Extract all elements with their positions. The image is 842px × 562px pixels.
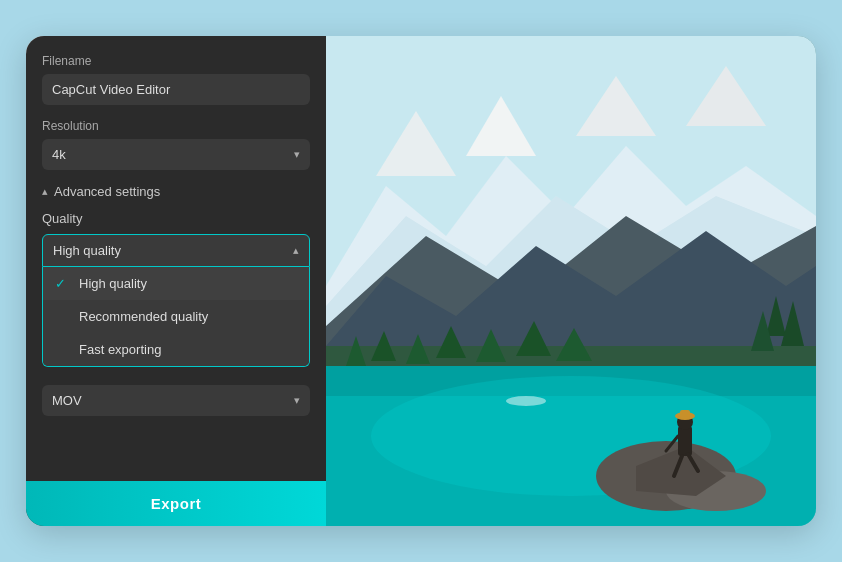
format-row: MOV ▾ bbox=[42, 385, 310, 430]
resolution-value: 4k bbox=[52, 147, 66, 162]
quality-option-recommended-label: Recommended quality bbox=[79, 309, 208, 324]
quality-label: Quality bbox=[42, 211, 310, 226]
export-button[interactable]: Export bbox=[26, 481, 326, 526]
quality-options-list: ✓ High quality Recommended quality Fast … bbox=[42, 267, 310, 367]
resolution-chevron-down-icon: ▾ bbox=[294, 148, 300, 161]
check-icon: ✓ bbox=[55, 276, 71, 291]
format-value: MOV bbox=[52, 393, 82, 408]
quality-dropdown-header[interactable]: High quality ▴ bbox=[42, 234, 310, 267]
svg-point-27 bbox=[506, 396, 546, 406]
resolution-dropdown[interactable]: 4k ▾ bbox=[42, 139, 310, 170]
svg-rect-17 bbox=[678, 426, 692, 456]
format-chevron-down-icon: ▾ bbox=[294, 394, 300, 407]
export-label: Export bbox=[151, 495, 202, 512]
quality-option-fast-label: Fast exporting bbox=[79, 342, 161, 357]
format-dropdown[interactable]: MOV ▾ bbox=[42, 385, 310, 416]
quality-selected-value: High quality bbox=[53, 243, 121, 258]
left-panel: Filename Resolution 4k ▾ ▴ Advanced sett… bbox=[26, 36, 326, 526]
quality-option-recommended[interactable]: Recommended quality bbox=[43, 300, 309, 333]
quality-chevron-up-icon: ▴ bbox=[293, 244, 299, 257]
export-dialog: Filename Resolution 4k ▾ ▴ Advanced sett… bbox=[26, 36, 816, 526]
preview-panel bbox=[326, 36, 816, 526]
filename-label: Filename bbox=[42, 54, 310, 68]
preview-scene bbox=[326, 36, 816, 526]
quality-option-high-label: High quality bbox=[79, 276, 147, 291]
quality-option-fast[interactable]: Fast exporting bbox=[43, 333, 309, 366]
filename-input[interactable] bbox=[42, 74, 310, 105]
advanced-settings-toggle[interactable]: ▴ Advanced settings bbox=[42, 184, 310, 199]
quality-dropdown-wrapper: High quality ▴ ✓ High quality Recommende… bbox=[42, 234, 310, 367]
advanced-settings-chevron-up-icon: ▴ bbox=[42, 185, 48, 198]
resolution-label: Resolution bbox=[42, 119, 310, 133]
advanced-settings-label: Advanced settings bbox=[54, 184, 160, 199]
svg-rect-20 bbox=[680, 410, 690, 418]
quality-option-high[interactable]: ✓ High quality bbox=[43, 267, 309, 300]
